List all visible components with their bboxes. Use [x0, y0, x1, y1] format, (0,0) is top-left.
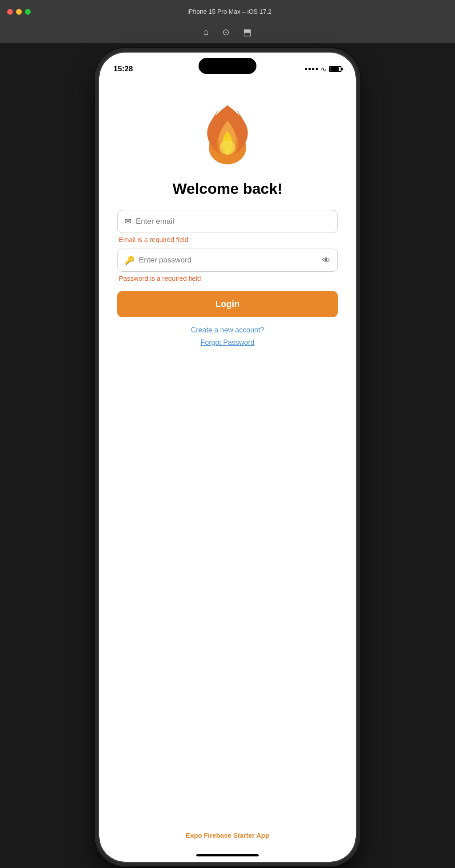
battery-fill — [330, 67, 339, 71]
status-time: 15:28 — [114, 65, 133, 74]
password-input-wrapper: 🔑 👁 — [117, 249, 338, 272]
password-input[interactable] — [139, 256, 318, 265]
forgot-password-link[interactable]: Forgot Password — [117, 339, 338, 347]
welcome-title: Welcome back! — [173, 180, 283, 197]
flame-icon — [192, 96, 263, 168]
login-button[interactable]: Login — [117, 291, 338, 317]
phone-screen: 15:28 ∿ — [99, 53, 356, 862]
svg-point-1 — [219, 140, 236, 155]
email-input-group: ✉ Email is a required field — [117, 210, 338, 243]
home-toolbar-icon[interactable]: ⌂ — [203, 27, 209, 37]
password-input-group: 🔑 👁 Password is a required field — [117, 249, 338, 282]
email-icon: ✉ — [125, 217, 131, 226]
footer: Expo Firebase Starter App — [99, 831, 356, 839]
key-icon: 🔑 — [125, 255, 134, 265]
toolbar-icon-row: ⌂ ⊙ ⬒ — [0, 23, 455, 43]
screenshot-toolbar-icon[interactable]: ⊙ — [222, 27, 230, 37]
footer-text: Expo Firebase Starter App — [186, 831, 269, 839]
create-account-link[interactable]: Create a new account? — [117, 326, 338, 334]
phone-frame: 15:28 ∿ — [98, 52, 357, 863]
status-icons: ∿ — [305, 65, 341, 74]
app-content: Welcome back! ✉ Email is a required fiel… — [99, 78, 356, 862]
dynamic-island — [199, 58, 256, 74]
wifi-icon: ∿ — [321, 65, 326, 74]
home-indicator — [196, 854, 259, 856]
toggle-password-icon[interactable]: 👁 — [322, 256, 330, 265]
rotate-toolbar-icon[interactable]: ⬒ — [243, 27, 252, 37]
password-error: Password is a required field — [119, 274, 338, 282]
form-container: ✉ Email is a required field 🔑 👁 Password… — [117, 210, 338, 351]
titlebar: iPhone 15 Pro Max – iOS 17.2 — [0, 0, 455, 23]
email-error: Email is a required field — [119, 236, 338, 243]
phone-wrapper: 15:28 ∿ — [98, 52, 357, 863]
email-input[interactable] — [136, 217, 330, 226]
email-input-wrapper: ✉ — [117, 210, 338, 233]
window-title: iPhone 15 Pro Max – iOS 17.2 — [11, 8, 448, 15]
battery-icon — [329, 66, 341, 72]
signal-icon — [305, 68, 318, 70]
flame-container — [192, 96, 263, 169]
